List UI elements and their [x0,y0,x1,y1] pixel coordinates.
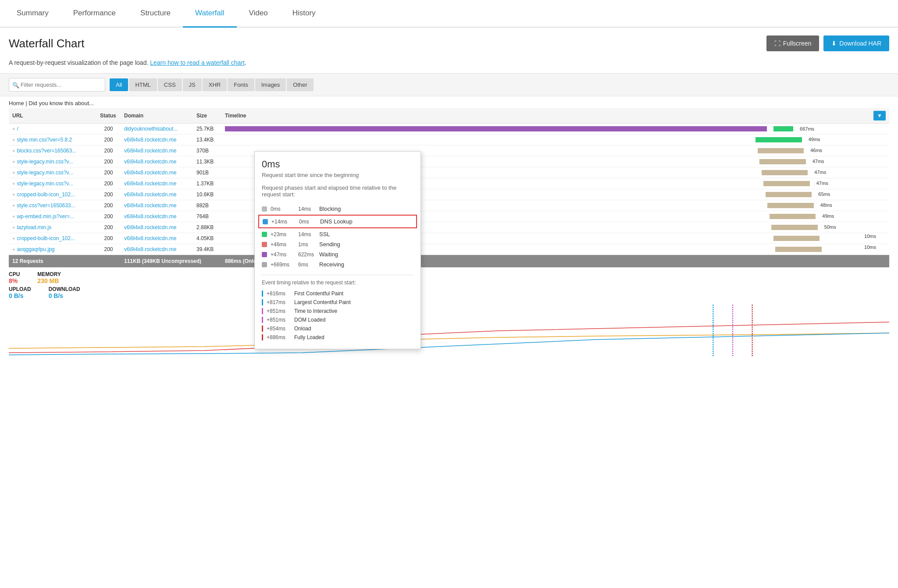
col-header-domain: Domain [121,108,193,124]
event-time-fully: +886ms [267,334,291,340]
download-har-button[interactable]: ⬇ Download HAR [823,35,889,51]
tab-waterfall[interactable]: Waterfall [183,0,236,28]
domain-cell: v6i9i4x8.rocketcdn.me [121,156,193,167]
phase-duration-sending: 1ms [298,241,316,248]
tab-performance[interactable]: Performance [61,0,128,28]
size-cell: 11.3KB [193,156,221,167]
filter-input-wrap: 🔍 [9,78,105,92]
table-row: +style-legacy.min.css?v...200v6i9i4x8.ro… [9,178,889,189]
filter-html-button[interactable]: HTML [129,78,157,91]
status-cell: 200 [96,124,121,135]
timeline-time-label: 46ms [810,148,822,153]
phase-row-blocking: 0ms 14ms Blocking [262,204,413,214]
ten-ms-label-2: 10ms [864,244,876,250]
tab-history[interactable]: History [280,0,328,28]
url-link[interactable]: wp-embed.min.js?ver=... [17,213,74,220]
url-link[interactable]: lazyload.min.js [17,224,51,230]
expand-button[interactable]: + [12,214,15,219]
expand-button[interactable]: + [12,159,15,164]
filter-xhr-button[interactable]: XHR [203,78,227,91]
filter-images-button[interactable]: Images [255,78,286,91]
phase-dot-sending [262,242,267,247]
url-link[interactable]: blocks.css?ver=165063... [17,148,76,154]
tab-video[interactable]: Video [237,0,280,28]
timeline-bar [763,181,809,186]
tab-summary[interactable]: Summary [4,0,61,28]
timeline-bar [775,247,821,252]
size-cell: 13.4KB [193,135,221,145]
fullscreen-icon: ⛶ [774,40,780,47]
timeline-bar [755,137,802,142]
filter-all-button[interactable]: All [110,78,128,91]
table-row: +style-legacy.min.css?v...200v6i9i4x8.ro… [9,156,889,167]
url-link[interactable]: style-legacy.min.css?v... [17,181,73,187]
cpu-value: 8% [9,277,20,284]
timeline-bar [762,170,808,175]
url-link[interactable]: cropped-bulb-icon_102... [17,191,75,198]
event-line-dom [262,317,263,323]
event-row-tti: +851ms Time to Interactive [262,307,413,315]
table-row: +lazyload.min.js200v6i9i4x8.rocketcdn.me… [9,222,889,233]
timeline-bar [770,214,816,219]
url-link[interactable]: aoqggaqrlpu.jpg [17,246,54,252]
expand-button[interactable]: + [12,170,15,175]
event-label-tti: Time to Interactive [294,308,337,314]
phase-dot-blocking [262,206,267,212]
domain-cell: v6i9i4x8.rocketcdn.me [121,244,193,255]
expand-button[interactable]: + [12,181,15,186]
download-value: 0 B/s [49,292,80,299]
timeline-bar [758,148,804,153]
description-area: A request-by-request visualization of th… [0,57,898,73]
timeline-time-label: 667ms [800,126,814,131]
summary-requests: 12 Requests [9,255,121,268]
status-cell: 200 [96,244,121,255]
memory-metric: MEMORY 230 MB [37,271,61,284]
table-row: +style.css?ver=1650633...200v6i9i4x8.roc… [9,200,889,211]
event-line-fully [262,334,263,340]
tooltip-header: 0ms [262,159,413,170]
expand-button[interactable]: + [12,247,15,252]
filter-css-button[interactable]: CSS [158,78,182,91]
download-metric: DOWNLOAD 0 B/s [49,286,80,299]
size-cell: 25.7KB [193,124,221,135]
expand-button[interactable]: + [12,126,15,131]
phase-time-blocking: 0ms [271,206,295,212]
url-link[interactable]: / [17,126,18,132]
filter-js-button[interactable]: JS [183,78,202,91]
expand-button[interactable]: + [12,203,15,208]
expand-button[interactable]: + [12,148,15,153]
status-cell: 200 [96,233,121,244]
size-cell: 882B [193,200,221,211]
metrics-row-1: CPU 8% MEMORY 230 MB [9,271,889,284]
phase-time-ssl: +23ms [271,231,295,237]
status-cell: 200 [96,135,121,145]
url-link[interactable]: style.css?ver=1650633... [17,202,75,209]
performance-chart [9,305,889,357]
url-link[interactable]: cropped-bulb-icon_102... [17,235,75,241]
metrics-section: CPU 8% MEMORY 230 MB UPLOAD 0 B/s DOWNLO… [0,268,898,305]
timeline-dropdown-button[interactable]: ▼ [873,111,886,120]
domain-cell: v6i9i4x8.rocketcdn.me [121,189,193,200]
domain-cell: v6i9i4x8.rocketcdn.me [121,222,193,233]
tab-structure[interactable]: Structure [128,0,183,28]
filter-fonts-button[interactable]: Fonts [228,78,254,91]
fullscreen-button[interactable]: ⛶ Fullscreen [766,35,820,51]
url-link[interactable]: style-legacy.min.css?v... [17,170,73,176]
expand-button[interactable]: + [12,236,15,241]
table-row: +cropped-bulb-icon_102...200v6i9i4x8.roc… [9,189,889,200]
expand-button[interactable]: + [12,192,15,197]
col-header-size: Size [193,108,221,124]
expand-button[interactable]: + [12,137,15,142]
event-line-lcp [262,299,263,305]
event-time-lcp: +817ms [267,299,291,305]
filter-other-button[interactable]: Other [287,78,314,91]
tooltip-divider [262,275,413,275]
event-row-fcp: +816ms First Contentful Paint [262,289,413,298]
phase-row-waiting: +47ms 622ms Waiting [262,249,413,259]
expand-button[interactable]: + [12,225,15,230]
learn-how-link[interactable]: Learn how to read a waterfall chart [150,59,245,66]
url-link[interactable]: style.min.css?ver=5.8.2 [17,137,72,143]
filter-input[interactable] [9,78,105,92]
timeline-time-label: 49ms [809,137,820,142]
url-link[interactable]: style-legacy.min.css?v... [17,159,73,165]
